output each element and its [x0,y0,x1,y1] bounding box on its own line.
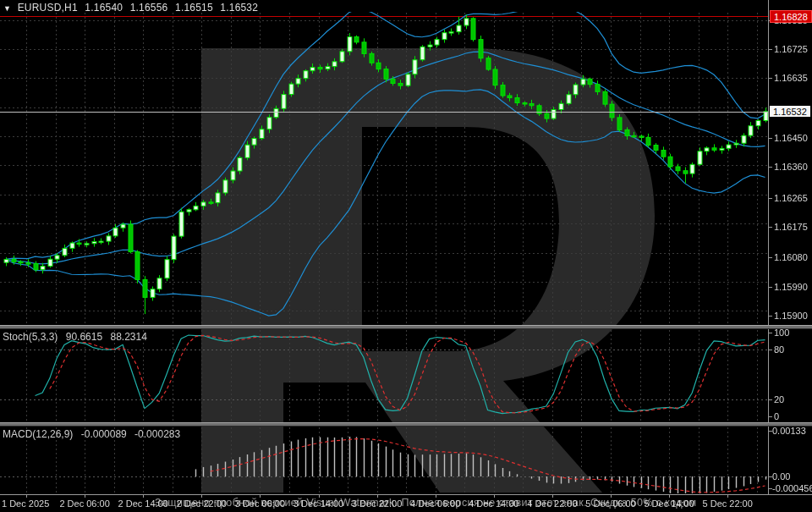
macd-title: MACD(12,26,9) [3,428,73,440]
ask-price-badge: 1.16828 [770,10,812,23]
stoch-title: Stoch(5,3,3) [3,331,58,343]
stoch-panel-label: Stoch(5,3,3) 90.6615 88.2314 [3,331,152,343]
price-axis-label: 1.16080 [774,252,808,262]
price-axis-label: 1.16725 [774,44,808,54]
bid-price-badge: 1.16532 [769,105,811,118]
ohlc-close: 1.16532 [220,2,258,14]
macd-value-signal: -0.000283 [134,428,180,440]
stoch-axis-label: 0 [774,411,779,421]
stoch-axis-label: 80 [774,344,784,355]
stoch-value-signal: 88.2314 [110,331,146,343]
panel-divider-stoch[interactable] [0,325,812,329]
macd-panel-label: MACD(12,26,9) -0.000089 -0.000283 [3,428,185,440]
ohlc-low: 1.16515 [175,2,213,14]
mt4-chart-window: ▼ EURUSD,H1 1.16540 1.16556 1.16515 1.16… [0,0,812,512]
ohlc-open: 1.16540 [85,2,123,14]
price-axis-label: 1.16635 [774,73,808,83]
time-axis-label: 5 Dec 22:00 [703,498,753,509]
panel-divider-macd[interactable] [0,422,812,427]
price-axis-border [768,0,769,494]
time-axis-label: 2 Dec 06:00 [59,498,109,509]
price-axis-label: 1.15900 [774,311,808,321]
time-axis-label: 1 Dec 2025 [2,498,49,509]
watermark-text: Защищено пробной версией Visual Watermar… [155,497,696,509]
chart-menu-icon[interactable]: ▼ [3,4,11,13]
macd-axis-label: 0.00 [772,471,790,482]
price-axis-label: 1.15990 [774,282,808,292]
price-axis-label: 1.16265 [774,193,808,203]
ohlc-high: 1.16556 [130,2,168,14]
price-axis-label: 1.16360 [774,162,808,172]
macd-value-main: -0.000089 [81,428,127,440]
macd-axis-label: 0.00133 [772,426,806,436]
stoch-value-main: 90.6615 [66,331,102,343]
price-axis-label: 1.16175 [774,222,808,232]
stoch-axis-label: 20 [774,394,784,405]
chart-header: ▼ EURUSD,H1 1.16540 1.16556 1.16515 1.16… [3,2,262,14]
macd-axis-label: -0.000456 [772,483,812,493]
symbol-period-label: EURUSD,H1 [18,2,78,14]
price-axis-label: 1.16450 [774,133,808,143]
time-axis-border [0,494,812,495]
